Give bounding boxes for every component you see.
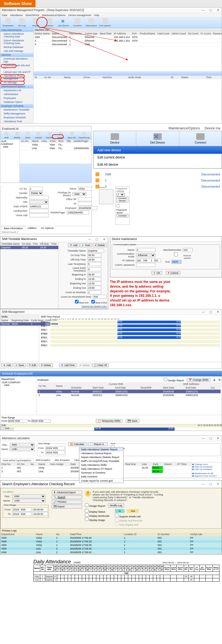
connect-device-btn[interactable]: Connect Device [116,196,128,203]
disp-image-check[interactable] [85,517,89,521]
priv-select[interactable]: User [72,192,86,196]
mobile-input[interactable] [67,211,89,214]
acno-input[interactable] [29,187,43,191]
rm-daily-overtime[interactable]: Daily Overtime [79,475,123,479]
calculate-btn[interactable]: 🧮 Calculate [68,442,87,446]
sched-tree-ximi[interactable]: XIMI [2,384,34,387]
tb-employees[interactable]: Employees [2,18,14,27]
emp-tb-cancel[interactable]: Cancel [34,132,43,139]
export-btn[interactable]: 💾 Export [52,505,82,508]
id-input[interactable] [78,202,92,206]
link-maint-albl[interactable]: ◉ Maintenance AL/BL [192,472,221,475]
tab-misc-exc[interactable]: Misc Exception [52,458,72,462]
sm-edit-btn[interactable]: ✎ Edit [27,363,38,367]
disp-status-check[interactable] [85,509,89,513]
fp-number[interactable]: 9 [116,193,125,196]
emp-tree-ximi[interactable]: XIMI [1,145,19,148]
nationality-input[interactable] [29,196,49,200]
tb-exit[interactable]: Exit system [99,18,111,27]
sidenav-backup-db[interactable]: Backup Database [0,45,33,49]
emp-tb-syncac[interactable]: Sync AC [67,132,77,139]
tt-delete-btn[interactable]: ✕Delete [93,243,107,247]
sidenav-download-att[interactable]: Download attendance logs [0,57,33,63]
close-icon[interactable]: ✕ [102,237,106,241]
tt-onduty-input[interactable] [87,253,101,257]
close-icon[interactable]: ✕ [216,482,220,486]
gear-icon[interactable]: ⚙ [218,379,221,381]
temp-shifts-btn[interactable]: 📋 Temporary Shifts [96,419,122,423]
tab-ac-options[interactable]: AC Options [39,226,56,230]
sidenav-db-option[interactable]: Database Option [0,100,33,104]
maximize-icon[interactable]: ▢ [208,8,213,12]
menu-data[interactable]: Data [2,14,7,17]
must-cout-check[interactable] [91,300,95,303]
link-append-cio[interactable]: ◉ Append Clock In/Out F [192,475,221,477]
sm-save-btn[interactable]: ✔Save [14,363,26,367]
report-btn[interactable]: 📄 Report ▾ [88,442,108,446]
sched-to-input[interactable] [31,419,51,423]
link-change-color[interactable]: ◉ Change color [192,463,221,466]
tab-addition[interactable]: Addition [25,226,39,230]
device-row-ximi[interactable]: XIMI [105,173,111,176]
dm-port-input[interactable] [171,260,181,264]
dm-add-device[interactable]: Add new device [94,147,222,154]
name-input[interactable] [78,187,92,191]
maximize-icon[interactable]: ▢ [208,310,213,314]
dm-ok-btn[interactable]: ✔OK [152,271,162,275]
tab-base-info[interactable]: Base Information [1,226,25,230]
menu-maintenance[interactable]: Maintenance/Options [42,14,65,17]
sr-name-select[interactable]: <All> [12,499,46,503]
simple-calc-check[interactable] [115,514,118,517]
print-icon[interactable]: 🖨 [213,379,216,381]
menu-search-print[interactable]: Search/Print [26,14,39,17]
office-input[interactable] [78,197,92,201]
tt-post-btn[interactable]: ✔Post [80,243,92,247]
sr-from-date[interactable] [12,508,32,512]
rm-depart-stat[interactable]: Depart Attendance Statistic Report [79,455,123,459]
dm-edit-current[interactable]: Edit current device [94,154,222,161]
fp-device-radio[interactable] [116,204,120,208]
maximize-icon[interactable]: ▢ [208,482,213,486]
sidenav-upload-user[interactable]: Upload user info and FP [0,70,33,74]
machine-list-tab[interactable]: Machine List [34,28,222,32]
tt-leaveearly-input[interactable] [87,267,101,271]
search-btn[interactable]: 🔍 Search [52,495,82,499]
sm-add-btn[interactable]: ✚Add [1,363,13,367]
title-select[interactable] [29,200,49,204]
sidenav-emp-schedule[interactable]: Employee Schedule [0,116,33,119]
preview-btn[interactable]: 🔎 Preview [52,500,82,504]
dm-pwd-input[interactable] [136,263,155,267]
photo-placeholder[interactable] [99,189,113,204]
tt-offduty-input[interactable] [87,258,101,262]
tb-report[interactable]: Report [30,18,42,27]
employed-input[interactable] [78,206,97,210]
emp-tb-add[interactable]: Add [2,132,11,139]
tt-cmin-input[interactable] [93,295,107,299]
tb-device[interactable]: Device [44,18,56,27]
maximize-icon[interactable]: ▢ [95,237,99,241]
sidenav-download-user[interactable]: Download user info and FP [0,63,33,70]
emp-tb-delete[interactable]: Delete [12,132,21,139]
tt-late-input[interactable] [87,262,101,266]
emp-tb-transfer[interactable]: Transfer [45,132,55,139]
rm-daily-shifts[interactable]: Daily Attendance Shifts [79,463,123,467]
minimize-icon[interactable]: — [201,436,206,440]
tt-endin-input[interactable] [87,277,101,281]
menu-help[interactable]: Help [94,14,99,17]
emp-tb-import[interactable]: Import [56,132,65,139]
link-filter-tt[interactable]: ◉ Filter by timetable [192,468,221,471]
minimize-icon[interactable]: — [201,8,206,12]
tt-add-btn[interactable]: ✚Add [68,243,79,247]
sr-from-time[interactable] [33,508,48,512]
big-connect-btn[interactable]: Connect [179,131,222,146]
rm-daily-stat[interactable]: Daily Attendance Statistic Report [79,448,123,451]
rm-onoff[interactable]: Staff's On-Duty/Off-Duty Timetable [79,459,123,463]
menu-device-mgmt[interactable]: Device management [68,14,91,17]
device-row-2[interactable]: 2 [105,179,107,182]
sidenav-shifts-mgmt[interactable]: Shifts Management [0,112,33,116]
dm-mnum-input[interactable] [183,248,193,252]
tab-shift-exc[interactable]: Shift Exception [33,458,52,462]
sidenav-administrator[interactable]: Administrator [0,92,33,96]
sm-delete-btn[interactable]: ✕Delete [39,363,53,367]
dob-input[interactable] [29,205,49,208]
